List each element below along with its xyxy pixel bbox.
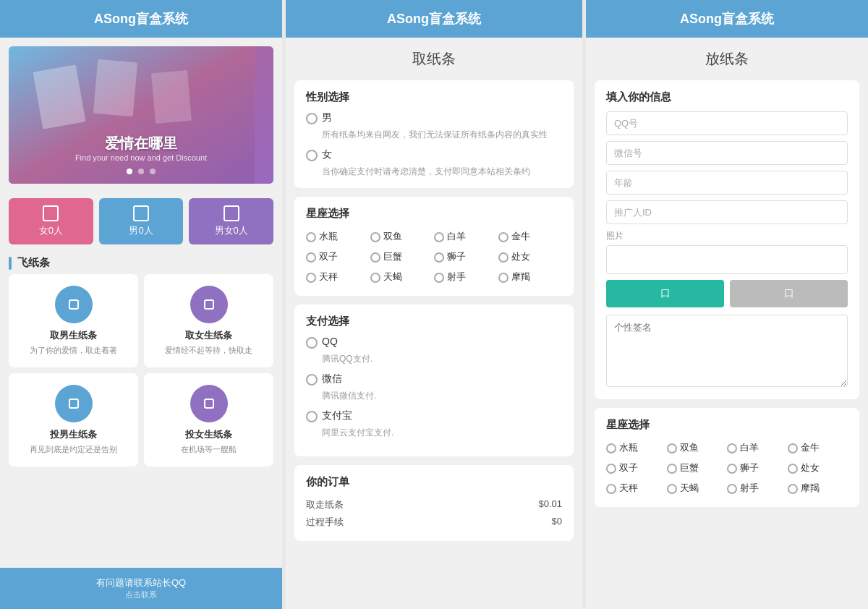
- mid-column: ASong盲盒系统 取纸条 性别选择 男 所有纸条均来自网友，我们无法保证所有纸…: [286, 0, 582, 609]
- svg-rect-4: [69, 300, 78, 309]
- mid-page-title: 取纸条: [286, 38, 582, 76]
- zodiac-item-4[interactable]: 双子: [306, 248, 370, 265]
- payment-section: 支付选择 QQ 腾讯QQ支付. 微信 腾讯微信支付. 支付宝 阿里云支付宝支付.: [294, 304, 574, 456]
- right-zodiac-item-6[interactable]: 狮子: [727, 459, 788, 477]
- zodiac-radio-8[interactable]: [306, 273, 316, 283]
- payment-radio-2[interactable]: [306, 411, 318, 422]
- payment-radio-1[interactable]: [306, 374, 318, 386]
- qq-input[interactable]: [606, 111, 848, 135]
- order-row-1: 过程手续$0: [306, 514, 562, 531]
- stat-female[interactable]: 女0人: [9, 198, 93, 244]
- zodiac-item-0[interactable]: 水瓶: [306, 228, 370, 245]
- gender-female-note: 当你确定支付时请考虑清楚，支付即同意本站相关条约: [322, 166, 562, 178]
- right-zodiac-item-9[interactable]: 天蝎: [667, 480, 728, 497]
- banner-dots: [9, 165, 273, 176]
- fly-section-title: 飞纸条: [9, 256, 273, 270]
- order-section-title: 你的订单: [306, 475, 562, 489]
- action-card-2[interactable]: 投男生纸条 再见到底是约定还是告别: [9, 373, 138, 467]
- zodiac-item-11[interactable]: 摩羯: [498, 268, 563, 286]
- right-zodiac-item-2[interactable]: 白羊: [727, 439, 788, 456]
- zodiac-item-3[interactable]: 金牛: [498, 228, 563, 245]
- zodiac-section-title: 星座选择: [306, 207, 562, 221]
- stat-both[interactable]: 男女0人: [189, 198, 273, 244]
- order-label-0: 取走纸条: [306, 498, 344, 511]
- action-card-0[interactable]: 取男生纸条 为了你的爱情，取走着著: [9, 274, 138, 367]
- right-zodiac-radio-3[interactable]: [788, 443, 798, 453]
- right-zodiac-item-1[interactable]: 双鱼: [667, 439, 728, 456]
- right-zodiac-radio-8[interactable]: [606, 484, 616, 494]
- banner-dot-3: [150, 169, 156, 174]
- gender-male-radio[interactable]: [306, 113, 318, 124]
- zodiac-item-5[interactable]: 巨蟹: [370, 248, 435, 265]
- wechat-input[interactable]: [606, 141, 848, 165]
- zodiac-radio-4[interactable]: [306, 252, 316, 263]
- action-title-1: 取女生纸条: [185, 329, 232, 342]
- right-zodiac-item-0[interactable]: 水瓶: [606, 439, 667, 456]
- order-value-0: $0.01: [538, 498, 562, 511]
- zodiac-item-9[interactable]: 天蝎: [370, 268, 435, 286]
- action-card-3[interactable]: 投女生纸条 在机场等一艘船: [144, 373, 273, 467]
- mid-header: ASong盲盒系统: [286, 0, 582, 38]
- confirm-button[interactable]: 口: [606, 280, 724, 307]
- svg-rect-3: [151, 70, 192, 124]
- zodiac-radio-5[interactable]: [370, 252, 380, 263]
- age-input[interactable]: [606, 171, 848, 195]
- zodiac-item-8[interactable]: 天秤: [306, 268, 370, 286]
- stat-male[interactable]: 男0人: [99, 198, 184, 244]
- zodiac-item-2[interactable]: 白羊: [434, 228, 498, 245]
- right-zodiac-radio-2[interactable]: [727, 443, 737, 453]
- right-zodiac-item-11[interactable]: 摩羯: [788, 480, 848, 497]
- right-zodiac-radio-6[interactable]: [727, 464, 737, 474]
- gender-male-label: 男: [322, 111, 332, 124]
- zodiac-item-1[interactable]: 双鱼: [370, 228, 435, 245]
- action-desc-3: 在机场等一艘船: [181, 444, 237, 455]
- left-footer[interactable]: 有问题请联系站长QQ 点击联系: [0, 568, 282, 609]
- right-zodiac-radio-9[interactable]: [667, 484, 677, 494]
- right-zodiac-item-3[interactable]: 金牛: [788, 439, 848, 456]
- right-page-title: 放纸条: [586, 38, 868, 76]
- photo-upload[interactable]: [606, 245, 848, 274]
- right-zodiac-item-5[interactable]: 巨蟹: [667, 459, 728, 477]
- right-zodiac-radio-5[interactable]: [667, 464, 677, 474]
- payment-radio-0[interactable]: [306, 337, 318, 349]
- gender-section: 性别选择 男 所有纸条均来自网友，我们无法保证所有纸条内容的真实性 女 当你确定…: [294, 80, 574, 188]
- right-zodiac-radio-0[interactable]: [606, 443, 616, 453]
- action-card-1[interactable]: 取女生纸条 爱情经不起等待，快取走: [144, 274, 273, 367]
- action-title-2: 投男生纸条: [50, 428, 97, 441]
- payment-option-2: 支付宝 阿里云支付宝支付.: [306, 409, 562, 439]
- female-card-icon: [200, 296, 218, 313]
- payment-option-1: 微信 腾讯微信支付.: [306, 372, 562, 402]
- zodiac-radio-10[interactable]: [434, 273, 444, 283]
- zodiac-radio-0[interactable]: [306, 232, 316, 242]
- right-zodiac-item-4[interactable]: 双子: [606, 459, 667, 477]
- cancel-button[interactable]: 口: [730, 280, 848, 307]
- svg-rect-6: [69, 399, 78, 408]
- banner-image: [9, 46, 273, 184]
- zodiac-radio-9[interactable]: [370, 273, 380, 283]
- gender-female-radio[interactable]: [306, 150, 318, 161]
- right-zodiac-title: 星座选择: [606, 418, 848, 432]
- zodiac-radio-1[interactable]: [370, 232, 380, 242]
- right-zodiac-radio-11[interactable]: [788, 484, 798, 494]
- both-count: 男女0人: [215, 224, 248, 237]
- banner-dot-2: [138, 169, 144, 174]
- zodiac-radio-11[interactable]: [498, 273, 509, 283]
- payment-label-1: 微信: [322, 372, 342, 386]
- zodiac-item-10[interactable]: 射手: [434, 268, 498, 286]
- zodiac-radio-3[interactable]: [498, 232, 509, 242]
- right-zodiac-radio-10[interactable]: [727, 484, 737, 494]
- right-zodiac-radio-7[interactable]: [788, 464, 798, 474]
- zodiac-radio-2[interactable]: [434, 232, 444, 242]
- promoter-input[interactable]: [606, 200, 848, 224]
- right-zodiac-radio-1[interactable]: [667, 443, 677, 453]
- zodiac-radio-6[interactable]: [434, 252, 444, 263]
- right-zodiac-item-7[interactable]: 处女: [788, 459, 848, 477]
- zodiac-radio-7[interactable]: [498, 252, 509, 263]
- right-zodiac-item-8[interactable]: 天秤: [606, 480, 667, 497]
- zodiac-item-7[interactable]: 处女: [498, 248, 563, 265]
- zodiac-item-6[interactable]: 狮子: [434, 248, 498, 265]
- banner-subtitle: Find your need now and get Discount: [9, 153, 273, 162]
- signature-textarea[interactable]: [606, 315, 848, 387]
- right-zodiac-radio-4[interactable]: [606, 464, 616, 474]
- right-zodiac-item-10[interactable]: 射手: [727, 480, 788, 497]
